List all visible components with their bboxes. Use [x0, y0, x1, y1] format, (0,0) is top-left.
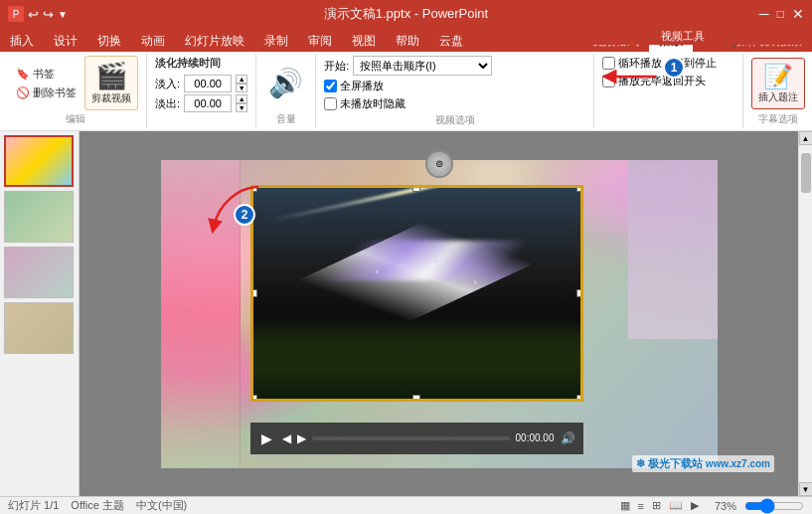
undo-btn[interactable]: ↩ — [28, 7, 39, 22]
handle-br[interactable] — [576, 395, 583, 402]
zoom-slider[interactable] — [744, 500, 804, 512]
spin-up-icon[interactable]: ▲ — [236, 75, 247, 84]
slide-canvas: 2 ⊚ — [80, 131, 798, 496]
fade-group-title: 淡化持续时间 — [155, 56, 221, 71]
fade-out-spinner[interactable]: ▲ ▼ — [236, 94, 247, 112]
volume-icon: 🔊 — [268, 67, 303, 99]
spin-up2-icon[interactable]: ▲ — [236, 94, 247, 103]
edit-group-label: 编辑 — [12, 110, 138, 126]
play-button[interactable]: ▶ — [258, 429, 276, 447]
red-arrow-2 — [189, 179, 268, 234]
ribbon: 🔖 书签 🚫 删除书签 🎬 剪裁视频 编辑 淡化持续时间 淡入: — [0, 52, 812, 131]
watermark: ❄ 极光下载站 www.xz7.com — [632, 455, 774, 472]
fade-in-input[interactable] — [184, 75, 232, 92]
maximize-btn[interactable]: □ — [777, 7, 784, 21]
window-title: 演示文稿1.pptx - PowerPoint — [324, 5, 488, 23]
video-inner — [253, 188, 580, 399]
captions-content: 📝 插入题注 — [751, 56, 805, 110]
tab-help[interactable]: 帮助 — [386, 30, 429, 52]
remove-bookmark-btn[interactable]: 🚫 删除书签 — [12, 85, 81, 101]
tab-cloud[interactable]: 云盘 — [429, 30, 473, 52]
slide-sorter-btn[interactable]: ⊞ — [652, 499, 661, 512]
captions-icon: 📝 — [763, 63, 793, 90]
tab-animations[interactable]: 动画 — [131, 30, 175, 52]
annotation-badge-1: 1 — [663, 57, 685, 79]
bookmark-add-icon: 🔖 — [16, 68, 30, 80]
ribbon-group-fade: 淡化持续时间 淡入: ▲ ▼ 淡出: ▲ ▼ 编辑 — [147, 54, 256, 128]
video-options-group-label: 视频选项 — [324, 111, 585, 127]
right-scrollbar: ▲ ▼ — [798, 131, 812, 496]
slide-thumb-3[interactable] — [4, 247, 74, 298]
slide-top-disc: ⊚ — [425, 150, 453, 178]
fullscreen-label: 全屏播放 — [340, 79, 384, 93]
slide-thumb-content-4 — [5, 303, 73, 353]
tab-transitions[interactable]: 切换 — [87, 30, 131, 52]
scrollbar-track — [801, 145, 811, 482]
add-bookmark-btn[interactable]: 🔖 书签 — [12, 66, 81, 83]
ribbon-group-captions: 📝 插入题注 字幕选项 — [743, 54, 812, 128]
slide-info: 幻灯片 1/1 — [8, 498, 59, 513]
hide-row: 未播放时隐藏 — [324, 96, 492, 111]
time-display: 00:00.00 — [516, 432, 555, 443]
slide-thumb-2[interactable] — [4, 191, 74, 243]
captions-group-label: 字幕选项 — [751, 110, 805, 126]
fade-section: 淡入: ▲ ▼ 淡出: ▲ ▼ — [155, 75, 247, 112]
insert-captions-btn[interactable]: 📝 插入题注 — [751, 58, 805, 109]
minimize-btn[interactable]: ─ — [759, 6, 769, 22]
reading-view-btn[interactable]: 📖 — [669, 499, 683, 512]
ribbon-group-edit: 🔖 书签 🚫 删除书签 🎬 剪裁视频 编辑 — [4, 54, 147, 128]
progress-bar[interactable] — [312, 436, 510, 440]
spin-down2-icon[interactable]: ▼ — [236, 103, 247, 112]
close-btn[interactable]: ✕ — [792, 6, 804, 22]
slide-thumb-4[interactable] — [4, 302, 74, 354]
scrollbar-thumb[interactable] — [801, 153, 811, 193]
title-bar: P ↩ ↪ ▼ 演示文稿1.pptx - PowerPoint ─ □ ✕ — [0, 0, 812, 28]
handle-mr[interactable] — [576, 289, 583, 297]
prev-frame-btn[interactable]: ◀ — [282, 431, 291, 445]
firework-beam — [269, 188, 558, 224]
video-frame[interactable] — [250, 185, 583, 402]
slide-thumb-content-3 — [5, 248, 73, 297]
redo-btn[interactable]: ↪ — [43, 7, 54, 22]
handle-tr[interactable] — [576, 185, 583, 192]
hide-label: 未播放时隐藏 — [340, 96, 406, 111]
tab-insert[interactable]: 插入 — [0, 30, 44, 52]
fullscreen-checkbox-label: 全屏播放 — [324, 79, 384, 93]
watermark-text: 极光下载站 — [648, 457, 703, 469]
bookmark-remove-icon: 🚫 — [16, 86, 30, 98]
tab-review[interactable]: 审阅 — [298, 30, 342, 52]
fade-out-input[interactable] — [184, 94, 232, 112]
volume-control-icon[interactable]: 🔊 — [561, 431, 575, 445]
customize-btn[interactable]: ▼ — [58, 9, 68, 20]
handle-bl[interactable] — [250, 395, 257, 402]
hide-checkbox[interactable] — [324, 97, 337, 110]
scrollbar-up-btn[interactable]: ▲ — [799, 131, 813, 145]
red-arrow-1 — [601, 62, 661, 91]
tab-record[interactable]: 录制 — [254, 30, 298, 52]
normal-view-btn[interactable]: ▦ — [620, 499, 630, 512]
outline-view-btn[interactable]: ≡ — [638, 500, 644, 512]
fade-in-spinner[interactable]: ▲ ▼ — [236, 75, 247, 92]
handle-ml[interactable] — [250, 289, 257, 297]
volume-btn[interactable]: 🔊 — [264, 65, 307, 101]
watermark-icon: ❄ — [636, 457, 645, 469]
handle-bm[interactable] — [412, 395, 420, 402]
crop-video-icon: 🎬 — [95, 61, 127, 91]
zoom-level: 73% — [715, 500, 736, 512]
tab-view[interactable]: 视图 — [342, 30, 386, 52]
tab-slideshow[interactable]: 幻灯片放映 — [175, 30, 254, 52]
tab-design[interactable]: 设计 — [44, 30, 87, 52]
scrollbar-down-btn[interactable]: ▼ — [799, 482, 813, 496]
captions-label: 插入题注 — [758, 90, 798, 104]
ribbon-group-volume: 🔊 音量 — [256, 54, 316, 128]
fullscreen-checkbox[interactable] — [324, 80, 337, 92]
next-frame-btn[interactable]: ▶ — [297, 431, 306, 445]
video-options-section: 开始: 按照单击顺序(I) 自动(A) 单击时(C) 全屏播放 未播放时隐藏 — [324, 56, 492, 111]
slideshow-btn[interactable]: ▶ — [691, 499, 699, 512]
crop-video-btn[interactable]: 🎬 剪裁视频 — [84, 56, 138, 110]
spin-down-icon[interactable]: ▼ — [236, 84, 247, 92]
start-select[interactable]: 按照单击顺序(I) 自动(A) 单击时(C) — [353, 56, 492, 76]
slide-thumb-1[interactable] — [4, 135, 74, 187]
handle-tm[interactable] — [412, 185, 420, 192]
slide-thumb-content-1 — [6, 137, 72, 185]
